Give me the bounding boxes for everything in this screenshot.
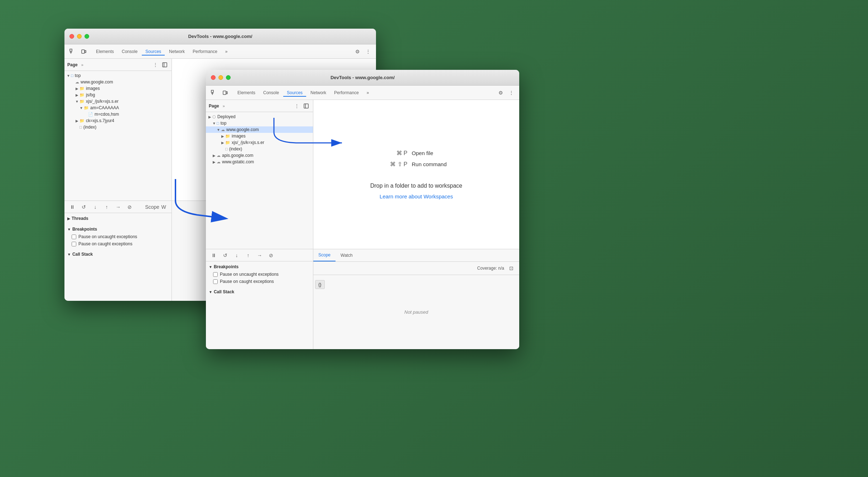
window-title-back: DevTools - www.google.com/ [188,34,252,39]
deactivate-btn-front[interactable]: ⊘ [266,250,276,260]
sidebar-dots-back[interactable]: ⋮ [151,61,159,69]
step-out-btn-back[interactable]: ↑ [102,202,112,212]
tree-item-xjs-back[interactable]: ▼ 📁 xjs/_/js/k=xjs.s.er [64,98,172,105]
tree-item-images-back[interactable]: ▶ 📁 images [64,85,172,92]
tab-elements-back[interactable]: Elements [92,48,117,56]
tree-item-images-front[interactable]: ▶ 📁 images [206,133,313,139]
svg-rect-5 [163,63,167,67]
pause-caught-front: Pause on caught exceptions [206,278,313,285]
tree-item-apis-front[interactable]: ▶ ☁ apis.google.com [206,152,313,159]
file-tree-front: ▶ ⬡ Deployed ▼ □ top ▼ ☁ [206,112,313,249]
minimize-button-back[interactable] [77,34,82,39]
sidebar-actions-front: ⋮ [293,102,310,110]
learn-more-link-front[interactable]: Learn more about Workspaces [380,193,453,199]
maximize-button-front[interactable] [226,75,231,80]
sidebar-more-back[interactable]: » [79,62,86,68]
breakpoints-label-front: Breakpoints [214,264,238,269]
step-btn-back[interactable]: → [113,202,123,212]
device-icon-front[interactable] [220,88,230,98]
pause-caught-checkbox-front[interactable] [213,279,218,284]
tab-sources-front[interactable]: Sources [283,89,306,97]
step-into-btn-back[interactable]: ↓ [90,202,100,212]
tree-item-am-back[interactable]: ▼ 📁 am=CAAAAAA [64,105,172,111]
settings-icon-back[interactable]: ⚙ [352,47,362,57]
folder-icon-images-front: 📁 [225,134,230,139]
tree-item-deployed-front[interactable]: ▶ ⬡ Deployed [206,114,313,120]
tree-item-index-front[interactable]: □ (index) [206,146,313,152]
step-over-btn-front[interactable]: ↺ [220,250,230,260]
shortcuts-front: ⌘ P Open file ⌘ ⇧ P Run command [386,150,447,172]
callstack-header-front[interactable]: ▼ Call Stack [206,288,313,296]
tree-item-gstatic-front[interactable]: ▶ ☁ www.gstatic.com [206,159,313,165]
tab-performance-front[interactable]: Performance [331,89,362,97]
minimize-button-front[interactable] [218,75,223,80]
pause-uncaught-checkbox-back[interactable] [72,235,76,239]
tree-item-mcdos-back[interactable]: 📄 m=cdos,hsm [64,111,172,117]
pause-caught-checkbox-back[interactable] [72,242,76,246]
step-into-btn-front[interactable]: ↓ [232,250,242,260]
callstack-header-back[interactable]: ▼ Call Stack [64,250,172,258]
file-icon-index-back: □ [79,125,82,129]
pause-btn-back[interactable]: ⏸ [67,202,77,212]
pause-uncaught-checkbox-front[interactable] [213,272,218,277]
bottom-toolbar-back: ⏸ ↺ ↓ ↑ → ⊘ Scope W [64,201,172,213]
tree-item-top-front[interactable]: ▼ □ top [206,120,313,126]
more-dots-front[interactable]: ⋮ [506,88,516,98]
tab-performance-back[interactable]: Performance [189,48,221,56]
folder-icon-xjs-front: 📁 [225,140,230,145]
device-icon-back[interactable] [79,47,89,57]
scope-label-back[interactable]: Scope [147,202,157,212]
tree-item-index-back[interactable]: □ (index) [64,124,172,130]
tab-console-front[interactable]: Console [260,89,283,97]
tree-item-xjs-front[interactable]: ▶ 📁 xjs/_/js/k=xjs.s.er [206,139,313,146]
step-out-btn-front[interactable]: ↑ [243,250,253,260]
deactivate-btn-back[interactable]: ⊘ [125,202,135,212]
coverage-icon-btn-front[interactable]: ⊡ [506,263,516,273]
format-button-front[interactable]: {} [315,280,325,289]
tree-item-jsbg-back[interactable]: ▶ 📁 js/bg [64,92,172,98]
devtools-icons-back [67,47,89,57]
tab-more-back[interactable]: » [222,48,231,56]
pause-uncaught-front: Pause on uncaught exceptions [206,271,313,278]
inspect-icon-front[interactable] [209,88,219,98]
sidebar-dots-front[interactable]: ⋮ [293,102,301,110]
step-over-btn-back[interactable]: ↺ [79,202,89,212]
scope-content-front: Not paused [313,275,519,349]
scope-tab-scope-front[interactable]: Scope [313,249,336,261]
breakpoints-section-back: ▼ Breakpoints Pause on uncaught exceptio… [64,224,172,249]
folder-icon-images-back: 📁 [79,86,85,91]
file-icon-index-front: □ [225,147,228,151]
callstack-label-front: Call Stack [214,289,234,294]
sidebar-toggle-back[interactable] [161,61,169,69]
breakpoints-header-back[interactable]: ▼ Breakpoints [64,225,172,233]
tab-network-back[interactable]: Network [165,48,188,56]
close-button-front[interactable] [211,75,216,80]
sidebar-toggle-front[interactable] [302,102,310,110]
window-title-front: DevTools - www.google.com/ [331,75,395,80]
sidebar-back: Page » ⋮ [64,59,172,201]
tree-item-google-back[interactable]: ☁ www.google.com [64,79,172,85]
step-btn-front[interactable]: → [255,250,265,260]
close-button-back[interactable] [69,34,74,39]
svg-rect-4 [85,50,86,53]
tab-network-front[interactable]: Network [307,89,330,97]
sidebar-more-front[interactable]: » [221,103,227,109]
tree-item-ck-back[interactable]: ▶ 📁 ck=xjs.s.7jyur4 [64,117,172,124]
maximize-button-back[interactable] [85,34,89,39]
breakpoints-header-front[interactable]: ▼ Breakpoints [206,263,313,271]
tree-item-google-front[interactable]: ▼ ☁ www.google.com [206,126,313,133]
svg-rect-3 [82,50,85,53]
bottom-right-front: Scope Watch Coverage: n/a ⊡ Not paused [313,249,519,349]
settings-icon-front[interactable]: ⚙ [496,88,506,98]
inspect-icon-back[interactable] [67,47,77,57]
more-icon-back[interactable]: ⋮ [363,47,373,57]
tab-elements-front[interactable]: Elements [234,89,259,97]
tab-more-front[interactable]: » [363,89,373,97]
tab-sources-back[interactable]: Sources [142,48,165,56]
threads-header-back[interactable]: ▶ Threads [64,215,172,222]
tab-console-back[interactable]: Console [118,48,141,56]
watch-label-back[interactable]: W [159,202,169,212]
pause-btn-front[interactable]: ⏸ [209,250,219,260]
scope-tab-watch-front[interactable]: Watch [336,249,358,261]
tree-item-top-back[interactable]: ▼ □ top [64,72,172,79]
